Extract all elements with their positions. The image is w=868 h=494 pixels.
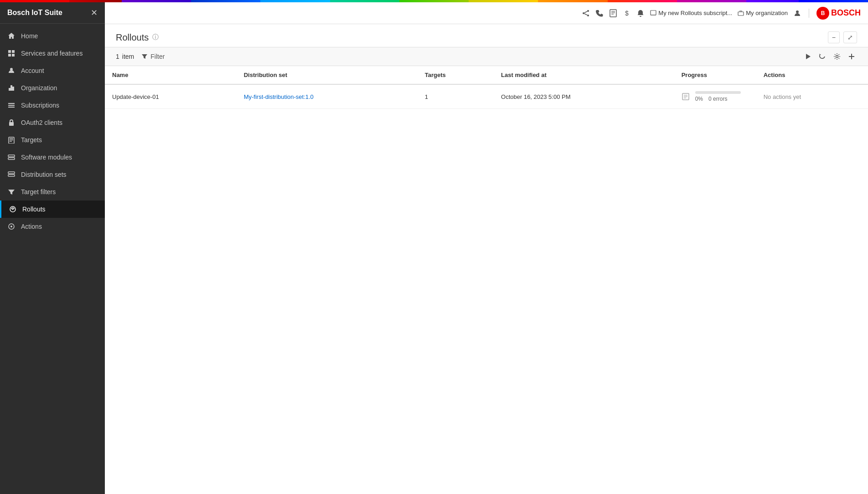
sidebar-item-actions[interactable]: Actions [0,218,105,235]
sidebar-item-subscriptions[interactable]: Subscriptions [0,97,105,114]
svg-point-22 [12,209,14,210]
sidebar-item-target-filters[interactable]: Target filters [0,183,105,201]
filter-button[interactable]: Filter [141,53,165,60]
no-actions-text: No actions yet [764,93,801,100]
cell-targets: 1 [418,84,494,109]
page-content: Rollouts ⓘ − ⤢ 1 item Filter [105,24,868,494]
page-title: Rollouts [116,32,149,43]
sidebar-item-label: Home [21,32,38,40]
separator [809,9,809,18]
docs-icon[interactable] [609,9,617,17]
svg-marker-39 [806,54,811,59]
col-name: Name [105,66,237,84]
svg-rect-3 [12,54,15,57]
minimize-button[interactable]: − [828,31,840,43]
sidebar-item-distribution-sets[interactable]: Distribution sets [0,166,105,183]
count-number: 1 [116,53,119,60]
org-label[interactable]: My organization [738,10,788,16]
toolbar-right [802,51,857,62]
progress-errors: 0 errors [708,96,727,102]
org-icon [7,84,16,92]
info-icon[interactable]: ⓘ [152,33,159,41]
page-header: Rollouts ⓘ − ⤢ [105,24,868,47]
bell-icon[interactable] [636,9,645,17]
user-icon[interactable] [793,9,801,17]
share-icon[interactable] [582,9,590,17]
sidebar-close-button[interactable]: ✕ [91,8,98,18]
col-last-modified: Last modified at [494,66,674,84]
app-title: Bosch IoT Suite [7,9,62,17]
svg-rect-18 [8,172,15,174]
svg-line-29 [584,14,587,15]
sidebar-item-label: Target filters [21,188,56,196]
filter-icon [7,188,16,196]
cell-actions: No actions yet [756,84,868,109]
dollar-icon[interactable]: $ [623,9,631,17]
count-label: item [122,53,134,60]
table-body: Update-device-01 My-first-distribution-s… [105,84,868,109]
sidebar-item-home[interactable]: Home [0,27,105,45]
data-table: Name Distribution set Targets Last modif… [105,66,868,109]
svg-point-40 [836,56,838,58]
sidebar-nav: Home Services and features Account [0,24,105,494]
col-targets: Targets [418,66,494,84]
svg-point-24 [10,226,12,227]
software-modules-icon [7,153,16,161]
sidebar-item-rollouts[interactable]: Rollouts [0,201,105,218]
svg-rect-0 [8,50,11,53]
bosch-logo: B BOSCH [816,7,861,20]
sidebar-item-label: Distribution sets [21,171,67,178]
page-title-row: Rollouts ⓘ [116,32,159,43]
sidebar-item-targets[interactable]: Targets [0,131,105,149]
lock-icon [7,118,16,127]
distribution-set-link[interactable]: My-first-distribution-set:1.0 [244,93,314,100]
top-header: $ My new Rollouts subscript... My organi… [105,2,868,24]
col-actions: Actions [756,66,868,84]
expand-button[interactable]: ⤢ [843,31,857,43]
svg-rect-10 [8,107,15,108]
distribution-sets-icon [7,170,16,179]
sidebar-item-oauth2[interactable]: OAuth2 clients [0,114,105,131]
svg-rect-2 [8,54,11,57]
refresh-button[interactable] [817,51,828,62]
actions-icon [7,222,16,231]
svg-text:$: $ [625,10,629,17]
phone-icon[interactable] [595,9,604,17]
svg-line-28 [584,11,587,13]
sidebar-item-label: Rollouts [22,206,46,213]
sidebar: Bosch IoT Suite ✕ Home Services and feat… [0,2,105,494]
progress-meta: 0% 0 errors [695,96,741,102]
svg-rect-30 [610,10,616,17]
sidebar-item-label: Organization [21,84,57,92]
sidebar-item-organization[interactable]: Organization [0,79,105,97]
svg-rect-19 [8,175,15,176]
subscription-label[interactable]: My new Rollouts subscript... [650,10,732,16]
cell-name: Update-device-01 [105,84,237,109]
bosch-circle-icon: B [816,7,829,20]
svg-rect-6 [10,85,12,91]
targets-icon [7,136,16,144]
home-icon [7,32,16,40]
sidebar-item-services[interactable]: Services and features [0,45,105,62]
svg-rect-9 [8,105,15,106]
item-count: 1 item [116,53,134,60]
settings-button[interactable] [832,51,842,62]
col-progress: Progress [674,66,756,84]
toolbar: 1 item Filter [105,47,868,66]
play-button[interactable] [802,51,813,62]
svg-rect-17 [8,158,15,160]
table-icon [682,93,690,101]
sidebar-item-label: OAuth2 clients [21,119,62,126]
add-button[interactable] [846,51,857,62]
cell-distribution-set: My-first-distribution-set:1.0 [237,84,418,109]
svg-rect-1 [12,50,15,53]
sidebar-item-label: Account [21,67,44,74]
svg-point-38 [796,10,799,13]
svg-rect-37 [738,12,744,15]
col-distribution-set: Distribution set [237,66,418,84]
sidebar-item-software-modules[interactable]: Software modules [0,149,105,166]
cell-last-modified: October 16, 2023 5:00 PM [494,84,674,109]
svg-point-27 [587,15,589,16]
page-controls: − ⤢ [828,31,857,43]
sidebar-item-account[interactable]: Account [0,62,105,79]
